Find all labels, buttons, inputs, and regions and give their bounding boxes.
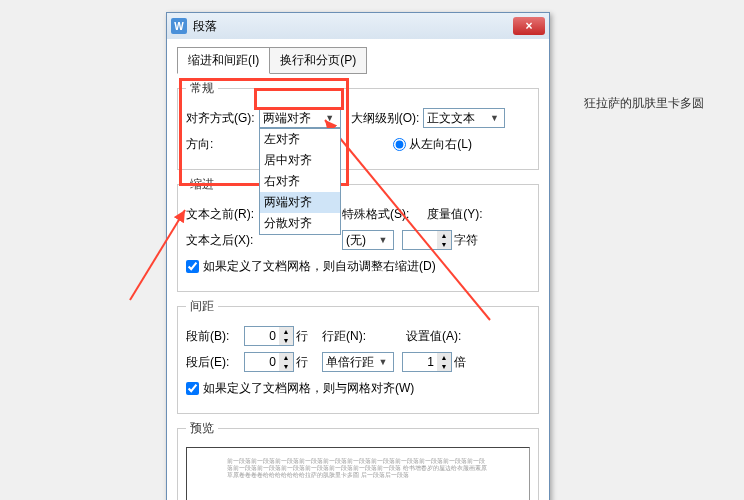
unit-times: 倍	[454, 354, 466, 371]
label-special-format: 特殊格式(S):	[342, 206, 409, 223]
legend-preview: 预览	[186, 420, 218, 437]
group-preview: 预览 前一段落前一段落前一段落前一段落前一段落前一段落前一段落前一段落前一段落前…	[177, 420, 539, 500]
group-general: 常规 对齐方式(G): 两端对齐 ▼ 左对齐 居中对齐 右对齐 两端对齐 分散对…	[177, 80, 539, 170]
unit-char: 字符	[454, 232, 478, 249]
legend-general: 常规	[186, 80, 218, 97]
unit-line: 行	[296, 354, 308, 371]
measure-spinner[interactable]: ▲▼	[402, 230, 452, 250]
label-direction: 方向:	[186, 136, 260, 153]
linespace-combo[interactable]: 单倍行距 ▼	[322, 352, 394, 372]
document-text: 狂拉萨的肌肤里卡多圆	[584, 95, 704, 112]
close-button[interactable]: ×	[513, 17, 545, 35]
legend-spacing: 间距	[186, 298, 218, 315]
outline-combo[interactable]: 正文文本 ▼	[423, 108, 505, 128]
alignment-dropdown: 左对齐 居中对齐 右对齐 两端对齐 分散对齐	[259, 128, 341, 235]
titlebar[interactable]: W 段落 ×	[167, 13, 549, 39]
space-after-spinner[interactable]: ▲▼	[244, 352, 294, 372]
align-option-center[interactable]: 居中对齐	[260, 150, 340, 171]
label-measure: 度量值(Y):	[427, 206, 482, 223]
app-icon: W	[171, 18, 187, 34]
special-format-combo[interactable]: (无) ▼	[342, 230, 394, 250]
space-before-spinner[interactable]: ▲▼	[244, 326, 294, 346]
group-spacing: 间距 段前(B): ▲▼ 行 行距(N): 设置值(A): 段后(E): ▲▼ …	[177, 298, 539, 414]
label-alignment: 对齐方式(G):	[186, 110, 255, 127]
tab-bar: 缩进和间距(I) 换行和分页(P)	[177, 47, 539, 74]
alignment-combo[interactable]: 两端对齐 ▼ 左对齐 居中对齐 右对齐 两端对齐 分散对齐	[259, 108, 341, 128]
checkbox-snap-grid[interactable]	[186, 382, 199, 395]
label-ltr: 从左向右(L)	[409, 136, 472, 153]
group-indent: 缩进 文本之前(R): ▲▼ 字符 特殊格式(S): 度量值(Y): 文本之后(…	[177, 176, 539, 292]
label-space-after: 段后(E):	[186, 354, 244, 371]
chevron-down-icon: ▼	[323, 113, 337, 123]
unit-line: 行	[296, 328, 308, 345]
chevron-down-icon: ▼	[487, 113, 501, 123]
tab-line-page-break[interactable]: 换行和分页(P)	[269, 47, 367, 74]
align-option-distribute[interactable]: 分散对齐	[260, 213, 340, 234]
align-option-left[interactable]: 左对齐	[260, 129, 340, 150]
label-linespace: 行距(N):	[322, 328, 366, 345]
label-auto-adjust: 如果定义了文档网格，则自动调整右缩进(D)	[203, 258, 436, 275]
tab-indent-spacing[interactable]: 缩进和间距(I)	[177, 47, 270, 74]
checkbox-auto-adjust[interactable]	[186, 260, 199, 273]
radio-ltr[interactable]	[393, 138, 406, 151]
preview-box: 前一段落前一段落前一段落前一段落前一段落前一段落前一段落前一段落前一段落前一段落…	[186, 447, 530, 500]
label-indent-before: 文本之前(R):	[186, 206, 260, 223]
paragraph-dialog: W 段落 × 缩进和间距(I) 换行和分页(P) 常规 对齐方式(G): 两端对…	[166, 12, 550, 500]
label-space-before: 段前(B):	[186, 328, 244, 345]
align-option-justify[interactable]: 两端对齐	[260, 192, 340, 213]
label-snap-grid: 如果定义了文档网格，则与网格对齐(W)	[203, 380, 414, 397]
chevron-down-icon: ▼	[376, 357, 390, 367]
chevron-down-icon: ▼	[376, 235, 390, 245]
label-setvalue: 设置值(A):	[406, 328, 461, 345]
align-option-right[interactable]: 右对齐	[260, 171, 340, 192]
dialog-title: 段落	[193, 18, 513, 35]
legend-indent: 缩进	[186, 176, 218, 193]
setvalue-spinner[interactable]: ▲▼	[402, 352, 452, 372]
label-outline: 大纲级别(O):	[351, 110, 420, 127]
label-indent-after: 文本之后(X):	[186, 232, 260, 249]
